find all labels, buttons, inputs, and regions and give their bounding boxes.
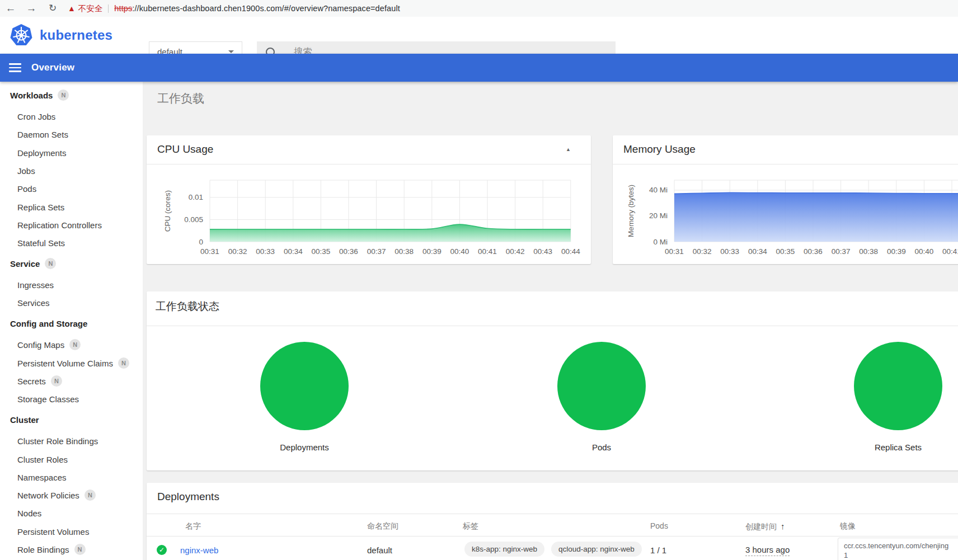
sidebar-item-label: Cluster	[10, 415, 39, 425]
sidebar-item-role-bindings[interactable]: Role BindingsN	[17, 544, 86, 555]
sidebar-item-deployments[interactable]: Deployments	[17, 148, 67, 158]
pods-status-pie	[557, 342, 646, 430]
sidebar-item-cluster-role-bindings[interactable]: Cluster Role Bindings	[17, 436, 98, 446]
sidebar-item-cron-jobs[interactable]: Cron Jobs	[17, 112, 55, 121]
svg-text:00:39: 00:39	[887, 247, 906, 256]
col-header-created[interactable]: 创建时间↑	[745, 521, 785, 532]
svg-text:00:31: 00:31	[200, 247, 219, 256]
memory-usage-chart: 00:3100:3200:3300:3400:3500:3600:3700:38…	[613, 166, 958, 261]
kubernetes-brand[interactable]: kubernetes	[10, 23, 112, 47]
sidebar-item-nodes[interactable]: Nodes	[17, 509, 41, 518]
sidebar-item-label: Config and Storage	[10, 319, 87, 328]
col-header-image[interactable]: 镜像	[840, 521, 856, 531]
cpu-card-title: CPU Usage	[157, 143, 213, 156]
menu-icon[interactable]	[9, 61, 21, 74]
sidebar-item-config-and-storage[interactable]: Config and Storage	[10, 319, 87, 328]
svg-text:00:40: 00:40	[915, 247, 934, 256]
cpu-usage-card: CPU Usage ▲ 00:3100:3200:3300:3400:3500:…	[147, 135, 591, 264]
svg-text:0.01: 0.01	[189, 193, 203, 201]
sidebar-item-label: Network Policies	[17, 491, 79, 500]
brand-name: kubernetes	[40, 27, 112, 43]
svg-text:00:40: 00:40	[450, 247, 469, 256]
new-badge: N	[74, 544, 86, 555]
workload-status-title: 工作负载状态	[156, 299, 219, 314]
deployment-created-time: 3 hours ago	[745, 545, 790, 556]
sidebar-item-label: Persistent Volume Claims	[17, 359, 113, 368]
address-bar[interactable]: ▲ 不安全 https://kubernetes-dashboard.chen1…	[68, 0, 400, 17]
url-text: https://kubernetes-dashboard.chen1900s.c…	[114, 4, 400, 13]
svg-text:0.005: 0.005	[184, 215, 203, 224]
svg-text:00:37: 00:37	[367, 247, 386, 256]
browser-forward-icon[interactable]: →	[25, 0, 37, 17]
sidebar-item-persistent-volumes[interactable]: Persistent Volumes	[17, 527, 89, 537]
sidebar-item-label: Workloads	[10, 91, 53, 100]
divider	[147, 514, 958, 514]
browser-back-icon[interactable]: ←	[4, 0, 17, 17]
deployment-name-link[interactable]: nginx-web	[180, 545, 218, 555]
sidebar-item-replication-controllers[interactable]: Replication Controllers	[17, 220, 102, 230]
sidebar-item-persistent-volume-claims[interactable]: Persistent Volume ClaimsN	[17, 357, 129, 369]
sidebar-item-label: Deployments	[17, 148, 67, 158]
svg-text:0: 0	[199, 238, 203, 246]
app-header: kubernetes default	[0, 17, 958, 54]
svg-text:00:36: 00:36	[339, 247, 358, 256]
sidebar-item-daemon-sets[interactable]: Daemon Sets	[17, 130, 68, 139]
memory-usage-card: Memory Usage 00:3100:3200:3300:3400:3500…	[613, 135, 958, 264]
sidebar-item-storage-classes[interactable]: Storage Classes	[17, 394, 79, 404]
divider	[147, 536, 958, 537]
sidebar-item-config-maps[interactable]: Config MapsN	[17, 339, 81, 350]
chevron-down-icon	[228, 50, 234, 53]
sidebar-item-label: Pods	[17, 184, 36, 194]
divider	[147, 326, 958, 326]
sidebar-item-label: Ingresses	[17, 280, 54, 290]
sidebar-item-service[interactable]: ServiceN	[10, 258, 56, 269]
sidebar-item-secrets[interactable]: SecretsN	[17, 375, 62, 387]
svg-text:00:32: 00:32	[228, 247, 247, 256]
svg-text:00:33: 00:33	[256, 247, 275, 256]
image-line-1: ccr.ccs.tencentyun.com/chenjing	[844, 542, 948, 550]
collapse-caret-icon[interactable]: ▲	[566, 147, 571, 152]
cpu-usage-chart: 00:3100:3200:3300:3400:3500:3600:3700:38…	[147, 166, 591, 261]
sidebar-item-services[interactable]: Services	[17, 298, 50, 308]
sidebar-item-label: Replication Controllers	[17, 220, 102, 230]
sidebar-item-stateful-sets[interactable]: Stateful Sets	[17, 238, 65, 248]
sidebar-item-cluster[interactable]: Cluster	[10, 415, 39, 425]
svg-text:00:41: 00:41	[942, 247, 958, 256]
image-line-2: 1	[844, 551, 848, 559]
sidebar-item-workloads[interactable]: WorkloadsN	[10, 90, 69, 101]
sidebar-item-label: Stateful Sets	[17, 238, 65, 248]
sidebar-item-namespaces[interactable]: Namespaces	[17, 473, 67, 482]
col-header-labels[interactable]: 标签	[463, 521, 478, 531]
new-badge: N	[84, 490, 96, 501]
sidebar-item-pods[interactable]: Pods	[17, 184, 36, 194]
omnibox-separator	[108, 4, 109, 13]
sidebar-item-label: Config Maps	[17, 340, 64, 350]
sort-ascending-icon[interactable]: ↑	[781, 521, 785, 531]
sidebar-item-label: Storage Classes	[17, 394, 79, 404]
memory-card-title: Memory Usage	[623, 143, 696, 156]
kubernetes-logo-icon	[10, 23, 33, 47]
sidebar-item-network-policies[interactable]: Network PoliciesN	[17, 490, 96, 501]
new-badge: N	[118, 357, 129, 369]
sidebar-item-replica-sets[interactable]: Replica Sets	[17, 203, 64, 212]
deployments-card: Deployments 名字 命名空间 标签 Pods 创建时间↑ 镜像 ✓ n…	[147, 483, 958, 560]
col-header-namespace[interactable]: 命名空间	[367, 521, 398, 531]
sidebar-item-jobs[interactable]: Jobs	[17, 166, 35, 176]
svg-text:00:42: 00:42	[506, 247, 525, 256]
divider	[613, 164, 958, 164]
svg-text:00:41: 00:41	[478, 247, 497, 256]
svg-text:00:32: 00:32	[693, 247, 712, 256]
col-header-pods[interactable]: Pods	[650, 521, 668, 530]
sidebar-item-cluster-roles[interactable]: Cluster Roles	[17, 455, 68, 464]
new-badge: N	[69, 339, 81, 350]
svg-text:00:44: 00:44	[561, 247, 580, 256]
browser-reload-icon[interactable]: ↻	[46, 0, 59, 17]
sidebar-item-label: Cron Jobs	[17, 112, 55, 121]
sidebar-item-ingresses[interactable]: Ingresses	[17, 280, 54, 290]
not-secure-label: 不安全	[78, 3, 103, 14]
sidebar-item-label: Nodes	[17, 509, 41, 518]
sidebar-item-label: Daemon Sets	[17, 130, 68, 139]
col-header-name[interactable]: 名字	[185, 521, 201, 531]
svg-text:0 Mi: 0 Mi	[653, 238, 668, 246]
deployments-status-label: Deployments	[260, 443, 349, 452]
